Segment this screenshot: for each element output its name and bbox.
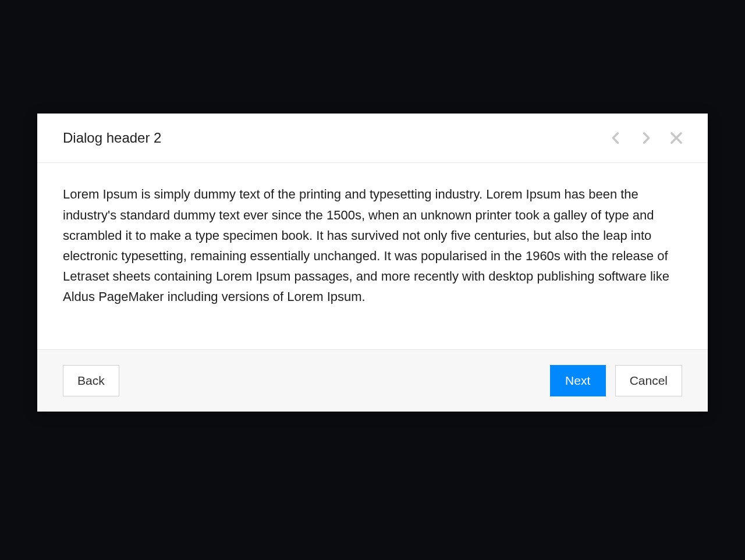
cancel-button[interactable]: Cancel xyxy=(615,365,682,396)
chevron-left-icon[interactable] xyxy=(608,130,624,146)
dialog-title: Dialog header 2 xyxy=(63,130,161,146)
dialog-body-text: Lorem Ipsum is simply dummy text of the … xyxy=(63,184,682,307)
header-icons xyxy=(608,130,684,146)
footer-left: Back xyxy=(63,365,119,396)
dialog-footer: Back Next Cancel xyxy=(37,349,708,412)
next-button[interactable]: Next xyxy=(550,365,606,396)
chevron-right-icon[interactable] xyxy=(638,130,654,146)
dialog-body: Lorem Ipsum is simply dummy text of the … xyxy=(37,163,708,349)
dialog-header: Dialog header 2 xyxy=(37,114,708,163)
dialog: Dialog header 2 Lorem Ipsum is simply d xyxy=(37,114,708,411)
close-icon[interactable] xyxy=(668,130,684,146)
back-button[interactable]: Back xyxy=(63,365,119,396)
footer-right: Next Cancel xyxy=(550,365,682,396)
